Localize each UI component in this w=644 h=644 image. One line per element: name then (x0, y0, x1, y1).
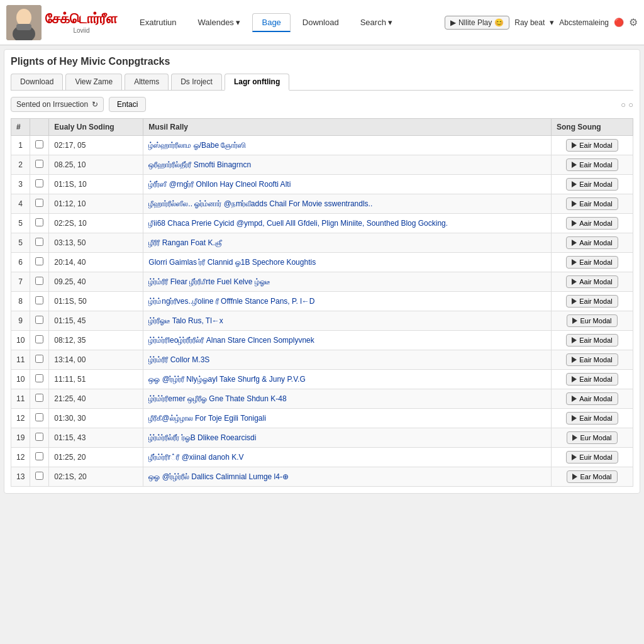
play-modal-button[interactable]: Aair Modal (566, 236, 618, 249)
track-title: ழ்ர்ம்ரீரீ Collor M.3S (143, 350, 552, 370)
nav-bage[interactable]: Bage (252, 13, 290, 32)
track-checkbox[interactable] (35, 374, 43, 382)
user-avatar-icon: 🔴 (614, 18, 624, 27)
filter-button[interactable]: Entaci (109, 97, 146, 112)
track-checkbox-cell[interactable] (30, 272, 49, 292)
play-modal-button[interactable]: Eair Modal (566, 178, 618, 191)
sub-tab-ds-iroject[interactable]: Ds Iroject (171, 74, 222, 90)
play-triangle-icon (572, 337, 577, 343)
track-checkbox-cell[interactable] (30, 136, 49, 155)
play-btn-label: Eair Modal (579, 142, 613, 149)
play-modal-button[interactable]: Eair Modal (566, 373, 618, 386)
track-checkbox[interactable] (35, 355, 43, 363)
play-modal-button[interactable]: Aair Modal (566, 217, 618, 230)
play-btn-label: Eair Modal (579, 336, 613, 344)
play-modal-button[interactable]: Eair Modal (566, 412, 618, 425)
track-title: ழ்ஸ்ஹார்ரீலாம ஓ/Babe ஞோர்ஸி (143, 136, 552, 155)
track-checkbox-cell[interactable] (30, 409, 49, 428)
track-num: 8 (11, 292, 30, 311)
sub-tab-alttems[interactable]: Alttems (125, 74, 169, 90)
play-btn-label: Eair Modal (579, 161, 613, 169)
track-num: 6 (11, 253, 30, 272)
play-modal-button[interactable]: Eair Modal (566, 158, 618, 171)
play-modal-button[interactable]: Aair Modal (566, 392, 618, 405)
logo-area: சேக்டொர்ரீள Loviid (6, 5, 118, 40)
track-checkbox[interactable] (35, 452, 43, 460)
play-btn-label: Aair Modal (579, 239, 613, 247)
track-num: 13 (11, 467, 30, 487)
play-modal-button[interactable]: Aair Modal (566, 275, 618, 288)
track-title: ஒரீஹார்ரீல்தீர்ரீ Smofti Binagrncn (143, 155, 552, 175)
play-modal-button[interactable]: Eair Modal (566, 256, 618, 269)
track-checkbox-cell[interactable] (30, 311, 49, 331)
track-checkbox[interactable] (35, 257, 43, 265)
track-checkbox-cell[interactable] (30, 370, 49, 389)
track-num: 10 (11, 331, 30, 350)
track-checkbox[interactable] (35, 472, 43, 480)
track-action-cell: Eair Modal (552, 175, 633, 194)
track-checkbox[interactable] (35, 394, 43, 402)
gear-icon[interactable]: ⚙ (629, 16, 638, 28)
sub-tab-view-zame[interactable]: View Zame (65, 74, 122, 90)
track-num: 10 (11, 370, 30, 389)
track-checkbox[interactable] (35, 199, 43, 207)
nav-search[interactable]: Search ▾ (351, 13, 402, 31)
track-checkbox-cell[interactable] (30, 194, 49, 214)
play-modal-button[interactable]: Eair Modal (566, 353, 618, 366)
track-checkbox[interactable] (35, 335, 43, 343)
track-checkbox[interactable] (35, 160, 43, 168)
play-btn-label: Eair Modal (579, 356, 613, 364)
play-modal-button[interactable]: Ear Modal (567, 470, 617, 483)
track-title: ஒஓ @ர்ழ்ர்ரீல் Dallics Calimnial Lumge l… (143, 467, 552, 487)
table-row: 8 01:1S, 50 ழ்ர்ம்ngர்ரீves..ழீoline ரீ … (11, 292, 633, 311)
track-checkbox-cell[interactable] (30, 389, 49, 409)
track-checkbox-cell[interactable] (30, 428, 49, 448)
filter-select[interactable]: Sented on Irrsuection ↻ (11, 97, 104, 112)
mini-play-button[interactable]: ▶ Nllite Play 😊 (445, 16, 509, 30)
track-checkbox[interactable] (35, 316, 43, 324)
track-checkbox[interactable] (35, 179, 43, 187)
table-row: 3 01:1S, 10 ழ்ரீர்ஸீ @rngர்ரீ Ohllon Hay… (11, 175, 633, 194)
track-checkbox-cell[interactable] (30, 214, 49, 233)
track-checkbox-cell[interactable] (30, 253, 49, 272)
track-checkbox[interactable] (35, 140, 43, 148)
play-modal-button[interactable]: Eair Modal (566, 295, 618, 308)
play-modal-button[interactable]: Eur Modal (567, 431, 617, 444)
track-checkbox[interactable] (35, 238, 43, 246)
play-modal-button[interactable]: Eair Modal (566, 197, 618, 210)
track-checkbox[interactable] (35, 433, 43, 441)
track-action-cell: Aair Modal (552, 233, 633, 253)
table-row: 19 01:15, 43 ழ்ர்ம்ர்ரீல்ரீர் ர்ஓB Dlike… (11, 428, 633, 448)
play-triangle-icon (572, 415, 577, 421)
track-checkbox[interactable] (35, 413, 43, 421)
track-time: 09.25, 40 (49, 272, 143, 292)
page-title: Plignts of Hey Mivic Conpgtracks (11, 56, 633, 67)
track-checkbox[interactable] (35, 296, 43, 304)
nav-exatrutiun[interactable]: Exatrutiun (130, 13, 186, 31)
play-modal-button[interactable]: Eair Modal (566, 139, 618, 152)
track-checkbox[interactable] (35, 277, 43, 285)
play-btn-label: Eair Modal (579, 375, 613, 383)
track-title: ழ்ர்ம்ர்ரீleoழ்ர்ரீர்ரீல்ரீ Alnan Stare … (143, 331, 552, 350)
track-checkbox-cell[interactable] (30, 350, 49, 370)
track-checkbox[interactable] (35, 218, 43, 226)
col-header-check (30, 119, 49, 136)
play-modal-button[interactable]: Eair Modal (566, 334, 618, 347)
play-modal-button[interactable]: Euir Modal (566, 451, 618, 464)
sub-tab-download[interactable]: Download (11, 74, 63, 90)
track-checkbox-cell[interactable] (30, 292, 49, 311)
nav-download[interactable]: Download (293, 13, 348, 31)
track-time: 08:12, 35 (49, 331, 143, 350)
track-checkbox-cell[interactable] (30, 448, 49, 467)
track-time: 01:12, 10 (49, 194, 143, 214)
sub-tab-lagr-onftling[interactable]: Lagr onftling (225, 74, 289, 91)
track-checkbox-cell[interactable] (30, 175, 49, 194)
track-checkbox-cell[interactable] (30, 155, 49, 175)
track-checkbox-cell[interactable] (30, 331, 49, 350)
track-time: 11:11, 51 (49, 370, 143, 389)
track-checkbox-cell[interactable] (30, 233, 49, 253)
dropdown-arrow-icon[interactable]: ▾ (550, 18, 554, 27)
track-checkbox-cell[interactable] (30, 467, 49, 487)
play-modal-button[interactable]: Eur Modal (567, 314, 617, 327)
nav-walendes[interactable]: Walendes ▾ (189, 13, 250, 31)
